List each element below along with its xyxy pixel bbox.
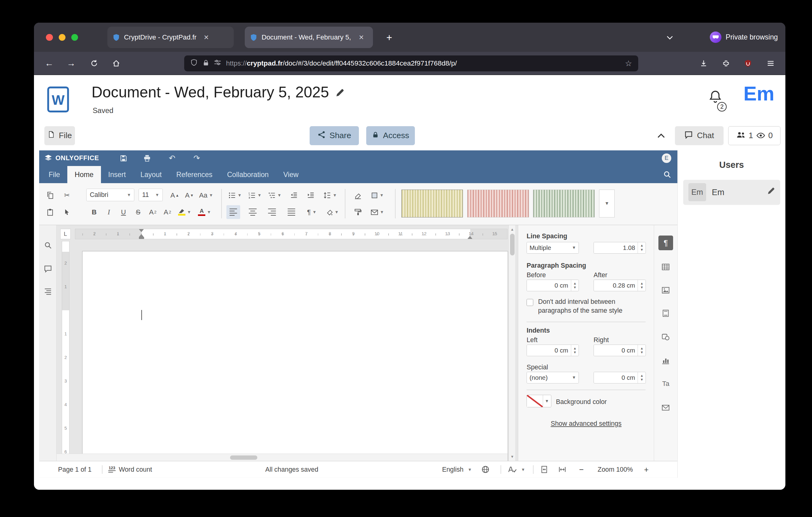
access-button[interactable]: Access: [366, 126, 415, 145]
font-size-select[interactable]: 11▼: [139, 189, 163, 201]
justify-button[interactable]: [285, 205, 298, 219]
rename-pencil-icon[interactable]: [335, 83, 344, 101]
left-indent-box[interactable]: [139, 237, 144, 239]
redo-icon[interactable]: ↷: [191, 153, 203, 164]
superscript-button[interactable]: A2: [146, 205, 160, 219]
text-art-settings-icon[interactable]: Ta: [659, 376, 673, 391]
url-bar[interactable]: https://cryptpad.fr/doc/#/3/doc/edit/ff0…: [184, 55, 638, 71]
tracking-shield-icon[interactable]: [190, 58, 198, 68]
downloads-icon[interactable]: [696, 55, 711, 71]
change-case-button[interactable]: Aa▼: [197, 189, 215, 202]
fit-width-button[interactable]: [558, 461, 566, 478]
select-all-button[interactable]: [60, 205, 74, 219]
style-preview-normal[interactable]: [401, 190, 463, 217]
forward-button[interactable]: →: [63, 55, 79, 71]
user-list-item[interactable]: Em Em: [683, 180, 780, 205]
copy-button[interactable]: [44, 189, 57, 202]
new-tab-button[interactable]: +: [382, 31, 396, 45]
decrease-indent-button[interactable]: [287, 189, 301, 202]
document-canvas[interactable]: L 21 123456789101112131415: [57, 225, 518, 461]
navigation-icon[interactable]: [42, 286, 53, 297]
copy-style-button[interactable]: [351, 205, 365, 219]
document-page[interactable]: [83, 251, 508, 461]
zoom-out-button[interactable]: −: [579, 461, 584, 478]
numbered-list-button[interactable]: ▼: [246, 189, 263, 202]
line-spacing-spinner[interactable]: 1.08▲▼: [593, 242, 646, 253]
tab-view[interactable]: View: [276, 166, 306, 183]
indent-left-spinner[interactable]: 0 cm▲▼: [526, 345, 579, 356]
window-zoom-button[interactable]: [71, 34, 78, 41]
advanced-settings-link[interactable]: Show advanced settings: [518, 420, 654, 428]
subscript-button[interactable]: A2: [161, 205, 174, 219]
horizontal-ruler[interactable]: 21 123456789101112131415: [75, 229, 508, 239]
permissions-icon[interactable]: [214, 58, 221, 68]
nonprinting-characters-button[interactable]: ¶▼: [304, 205, 319, 219]
edit-name-pencil-icon[interactable]: [767, 187, 775, 197]
zoom-in-button[interactable]: +: [644, 461, 648, 478]
find-icon[interactable]: [42, 240, 53, 251]
align-left-button[interactable]: [226, 205, 240, 219]
increase-indent-button[interactable]: [304, 189, 317, 202]
tab-collaboration[interactable]: Collaboration: [220, 166, 276, 183]
print-icon[interactable]: [141, 153, 153, 164]
decrease-font-button[interactable]: A▼: [183, 189, 196, 202]
table-settings-icon[interactable]: [659, 260, 673, 274]
tab-stop-selector[interactable]: L: [60, 229, 71, 239]
font-name-select[interactable]: Calibri▼: [86, 189, 134, 201]
lock-icon[interactable]: [203, 58, 209, 68]
window-close-button[interactable]: [46, 34, 53, 41]
ublock-icon[interactable]: [741, 55, 756, 71]
scroll-up-arrow[interactable]: ▲: [509, 226, 516, 233]
style-preview-no-spacing[interactable]: [467, 190, 529, 217]
indent-right-spinner[interactable]: 0 cm▲▼: [593, 345, 646, 356]
horizontal-scroll-thumb[interactable]: [230, 456, 257, 460]
bullet-list-button[interactable]: ▼: [226, 189, 243, 202]
underline-button[interactable]: U: [117, 205, 130, 219]
style-preview-heading[interactable]: [533, 190, 595, 217]
vertical-scroll-thumb[interactable]: [510, 234, 515, 256]
collapse-toolbar-button[interactable]: [651, 126, 671, 145]
clear-style-button[interactable]: [351, 189, 365, 202]
line-spacing-button[interactable]: ▼: [322, 189, 339, 202]
right-indent-marker[interactable]: [467, 236, 472, 239]
user-avatar[interactable]: Em: [744, 82, 774, 105]
home-button[interactable]: [108, 55, 124, 71]
line-spacing-select[interactable]: Multiple▼: [526, 242, 579, 253]
image-settings-icon[interactable]: [659, 283, 673, 297]
fit-page-button[interactable]: [540, 461, 548, 478]
special-by-spinner[interactable]: 0 cm▲▼: [593, 372, 646, 383]
tab-insert[interactable]: Insert: [101, 166, 134, 183]
language-selector[interactable]: English▼: [442, 461, 472, 478]
window-minimize-button[interactable]: [59, 34, 65, 41]
tab-close-icon[interactable]: ×: [357, 32, 366, 42]
italic-button[interactable]: I: [102, 205, 115, 219]
background-color-button[interactable]: ▼: [526, 395, 551, 407]
header-footer-settings-icon[interactable]: [659, 306, 673, 321]
undo-icon[interactable]: ↶: [167, 153, 178, 164]
styles-gallery-expand-button[interactable]: ▼: [599, 190, 615, 217]
bold-button[interactable]: B: [87, 205, 101, 219]
reload-button[interactable]: [86, 55, 102, 71]
spacing-before-spinner[interactable]: 0 cm▲▼: [526, 280, 579, 291]
increase-font-button[interactable]: A▲: [168, 189, 181, 202]
multilevel-list-button[interactable]: ▼: [266, 189, 283, 202]
tab-file[interactable]: File: [41, 166, 67, 183]
align-right-button[interactable]: [265, 205, 279, 219]
search-icon[interactable]: [663, 170, 671, 181]
paste-button[interactable]: [44, 205, 57, 219]
comments-icon[interactable]: [42, 264, 53, 274]
collaborator-avatar[interactable]: E: [662, 154, 671, 163]
no-interval-checkbox-label[interactable]: Don't add interval between paragraphs of…: [538, 297, 642, 315]
vertical-scrollbar[interactable]: ▲ ▼: [509, 225, 515, 461]
paragraph-settings-icon[interactable]: ¶: [659, 236, 673, 250]
bookmark-star-icon[interactable]: ☆: [625, 59, 632, 68]
mail-merge-button[interactable]: ▼: [369, 205, 386, 219]
tab-close-icon[interactable]: ×: [202, 32, 211, 42]
cut-button[interactable]: ✂: [60, 189, 74, 202]
paragraph-borders-button[interactable]: ▼: [369, 189, 386, 202]
no-interval-checkbox[interactable]: [526, 299, 533, 306]
participants-button[interactable]: 1 0: [728, 126, 781, 145]
first-line-indent-marker[interactable]: [139, 229, 144, 232]
special-select[interactable]: (none)▼: [526, 372, 579, 383]
left-indent-marker[interactable]: [139, 234, 144, 237]
